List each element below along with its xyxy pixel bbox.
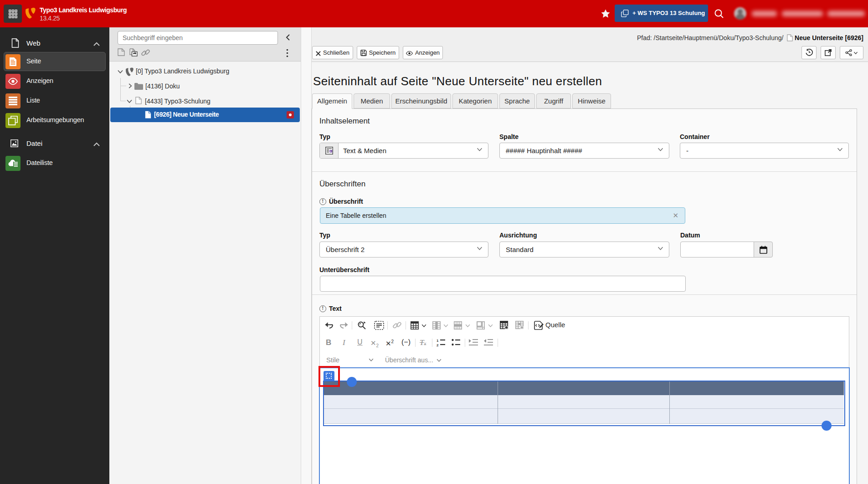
svg-text:1: 1 [437,339,439,343]
svg-text:2: 2 [437,343,439,347]
